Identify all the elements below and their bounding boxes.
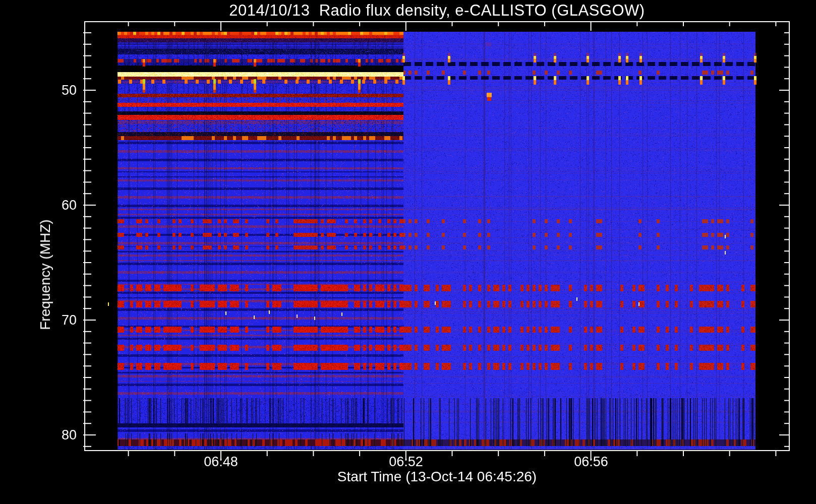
x-tick-label: 06:52 xyxy=(389,454,423,470)
y-tick-label: 50 xyxy=(30,83,77,98)
chart-title: 2014/10/13 Radio flux density, e-CALLIST… xyxy=(85,2,789,20)
x-tick-label: 06:48 xyxy=(204,454,238,470)
y-tick-label: 70 xyxy=(30,312,77,328)
x-tick-label: 06:56 xyxy=(574,454,608,470)
spectrogram-canvas xyxy=(0,0,816,504)
spectrogram-figure: 2014/10/13 Radio flux density, e-CALLIST… xyxy=(0,0,816,504)
x-axis-title: Start Time (13-Oct-14 06:45:26) xyxy=(85,469,789,485)
y-tick-label: 80 xyxy=(30,427,77,443)
y-tick-label: 60 xyxy=(30,198,77,213)
